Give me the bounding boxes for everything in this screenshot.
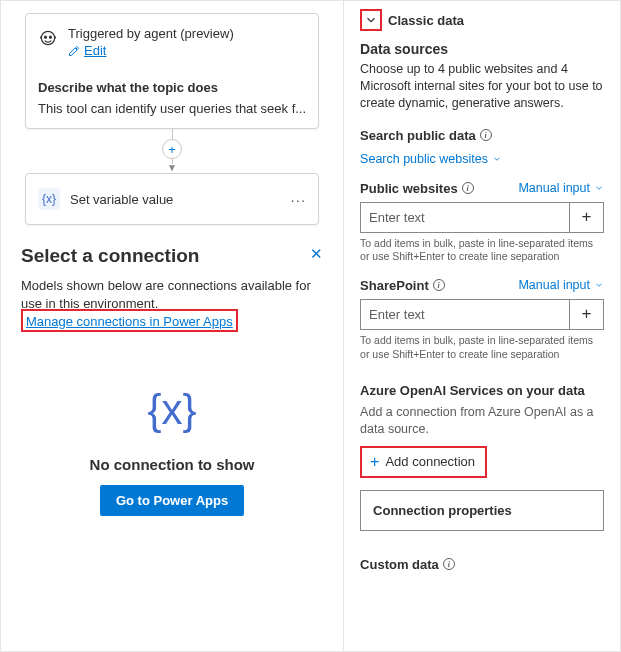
- panel-description: Models shown below are connections avail…: [21, 277, 323, 312]
- info-icon[interactable]: i: [433, 279, 445, 291]
- describe-label: Describe what the topic does: [38, 80, 306, 95]
- sharepoint-label: SharePoint i: [360, 278, 445, 293]
- info-icon[interactable]: i: [480, 129, 492, 141]
- agent-icon: [38, 28, 58, 48]
- manage-connections-link[interactable]: Manage connections in Power Apps: [26, 314, 233, 329]
- manage-connections-highlight: Manage connections in Power Apps: [21, 309, 238, 332]
- variable-icon-large: {x}: [148, 386, 197, 434]
- variable-card[interactable]: {x} Set variable value ···: [25, 173, 319, 225]
- classic-data-title: Classic data: [388, 13, 464, 28]
- panel-title: Select a connection: [21, 245, 199, 267]
- azure-title: Azure OpenAI Services on your data: [360, 383, 604, 398]
- manual-input-toggle[interactable]: Manual input: [518, 278, 604, 292]
- more-icon[interactable]: ···: [291, 191, 307, 208]
- public-hint: To add items in bulk, paste in line-sepa…: [360, 237, 604, 264]
- add-public-button[interactable]: +: [570, 202, 604, 233]
- add-connection-button[interactable]: + Add connection: [362, 448, 485, 476]
- public-websites-input[interactable]: [360, 202, 570, 233]
- variable-icon: {x}: [38, 188, 60, 210]
- classic-data-highlight: [360, 9, 382, 31]
- plus-icon: +: [370, 453, 379, 471]
- search-public-label: Search public data i: [360, 128, 604, 143]
- add-connection-highlight: + Add connection: [360, 446, 487, 478]
- go-to-power-apps-button[interactable]: Go to Power Apps: [100, 485, 244, 516]
- custom-data-label: Custom data i: [360, 557, 604, 572]
- pencil-icon: [68, 45, 80, 57]
- svg-point-2: [50, 36, 52, 38]
- connector: + ▼: [25, 129, 319, 173]
- add-step-button[interactable]: +: [162, 139, 182, 159]
- trigger-card[interactable]: Triggered by agent (preview) Edit Descri…: [25, 13, 319, 129]
- left-pane: Triggered by agent (preview) Edit Descri…: [1, 1, 344, 651]
- flow-area: Triggered by agent (preview) Edit Descri…: [1, 13, 343, 225]
- variable-title: Set variable value: [70, 192, 281, 207]
- sharepoint-input[interactable]: [360, 299, 570, 330]
- arrow-icon: ▼: [167, 162, 177, 173]
- right-pane: Classic data Data sources Choose up to 4…: [344, 1, 620, 651]
- sharepoint-hint: To add items in bulk, paste in line-sepa…: [360, 334, 604, 361]
- search-public-link[interactable]: Search public websites: [360, 152, 502, 166]
- data-sources-title: Data sources: [360, 41, 604, 57]
- svg-point-1: [45, 36, 47, 38]
- data-sources-body: Choose up to 4 public websites and 4 Mic…: [360, 61, 604, 112]
- info-icon[interactable]: i: [443, 558, 455, 570]
- info-icon[interactable]: i: [462, 182, 474, 194]
- search-public-text: Search public data: [360, 128, 476, 143]
- connection-panel: Select a connection ✕ Models shown below…: [1, 225, 343, 532]
- add-sharepoint-button[interactable]: +: [570, 299, 604, 330]
- chevron-down-icon[interactable]: [362, 11, 380, 29]
- connection-properties[interactable]: Connection properties: [360, 490, 604, 531]
- close-icon[interactable]: ✕: [310, 245, 323, 263]
- manual-input-toggle[interactable]: Manual input: [518, 181, 604, 195]
- edit-link[interactable]: Edit: [84, 43, 106, 58]
- public-websites-label: Public websites i: [360, 181, 474, 196]
- empty-state-title: No connection to show: [90, 456, 255, 473]
- describe-text: This tool can identify user queries that…: [38, 101, 306, 116]
- azure-body: Add a connection from Azure OpenAI as a …: [360, 404, 604, 438]
- trigger-title: Triggered by agent (preview): [68, 26, 306, 41]
